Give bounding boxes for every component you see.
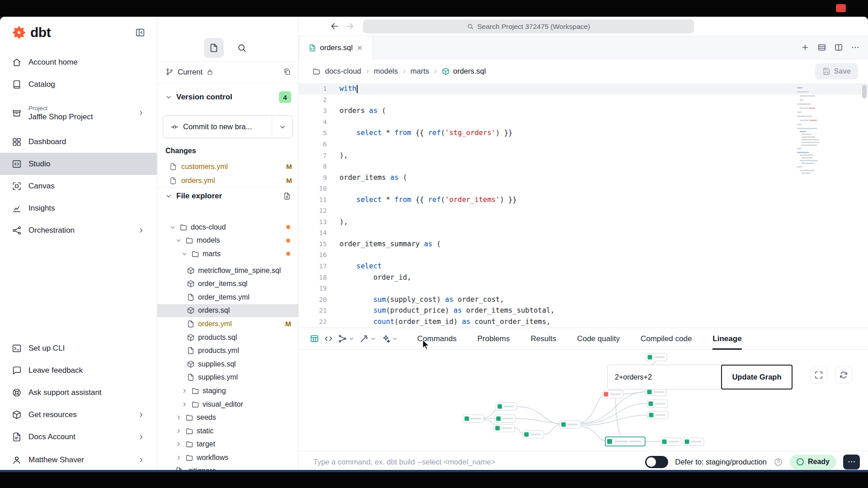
tree-item-order-items-sql[interactable]: order_items.sql bbox=[157, 277, 298, 291]
new-tab-icon[interactable] bbox=[801, 43, 810, 52]
sidebar-item-studio[interactable]: Studio bbox=[0, 153, 157, 175]
code-line-12[interactable]: 12 bbox=[299, 205, 868, 216]
copy-icon[interactable] bbox=[283, 68, 291, 76]
file-explorer-section-header[interactable]: File explorer bbox=[165, 189, 291, 203]
tree-item-target[interactable]: target bbox=[157, 438, 298, 451]
commit-button[interactable]: Commit to new bra... bbox=[163, 115, 293, 138]
code-line-1[interactable]: 1with bbox=[299, 83, 868, 94]
code-line-20[interactable]: 20 sum(supply_cost) as order_cost, bbox=[299, 294, 868, 305]
status-badge[interactable]: Ready bbox=[790, 455, 836, 469]
code-line-14[interactable]: 14 bbox=[299, 227, 868, 239]
files-view-button[interactable] bbox=[204, 38, 224, 58]
preview-table-button[interactable] bbox=[310, 334, 319, 343]
panel-tab-compiled-code[interactable]: Compiled code bbox=[641, 328, 692, 349]
tree-item-workflows[interactable]: workflows bbox=[157, 451, 298, 465]
tree-item-docs-cloud[interactable]: docs-cloud bbox=[157, 221, 298, 234]
code-line-17[interactable]: 17 select bbox=[299, 261, 868, 272]
changed-file-orders-yml[interactable]: orders.ymlM bbox=[157, 174, 298, 188]
compile-code-button[interactable] bbox=[324, 334, 333, 343]
lineage-selector-input[interactable]: 2+orders+2 bbox=[607, 365, 722, 389]
refresh-graph-button[interactable] bbox=[835, 366, 852, 384]
tree-item-visual-editor[interactable]: visual_editor bbox=[157, 398, 298, 411]
code-line-11[interactable]: 11 select * from {{ ref('order_items') }… bbox=[299, 194, 868, 205]
command-input[interactable]: Type a command, ex. dbt build --select <… bbox=[313, 458, 495, 466]
tree-item-orders-sql[interactable]: orders.sql bbox=[157, 304, 298, 318]
code-line-22[interactable]: 22 count(order_item_id) as count_order_i… bbox=[299, 316, 868, 327]
code-line-19[interactable]: 19 bbox=[299, 283, 868, 294]
tree-item-products-sql[interactable]: products.sql bbox=[157, 331, 298, 344]
code-line-10[interactable]: 10 bbox=[299, 183, 868, 194]
changed-file-customers-yml[interactable]: customers.ymlM bbox=[157, 160, 298, 174]
sidebar-item-canvas[interactable]: Canvas bbox=[0, 175, 157, 197]
sidebar-item-account-home[interactable]: Account home bbox=[0, 51, 157, 73]
code-line-5[interactable]: 5 select * from {{ ref('stg_orders') }} bbox=[299, 127, 868, 139]
panel-tab-results[interactable]: Results bbox=[531, 328, 557, 349]
sidebar-item-docs-account[interactable]: Docs Account bbox=[0, 426, 157, 448]
panel-tab-lineage[interactable]: Lineage bbox=[712, 328, 741, 349]
code-line-6[interactable]: 6 bbox=[299, 139, 868, 150]
sidebar-item-ask-support-assistant[interactable]: Ask support assistant bbox=[0, 381, 157, 404]
tree-item-staging[interactable]: staging bbox=[157, 384, 298, 398]
sidebar-item-jaffle-shop-project[interactable]: ProjectJaffle Shop Project bbox=[0, 95, 157, 131]
new-file-icon[interactable] bbox=[283, 192, 291, 200]
version-control-section-header[interactable]: Version control 4 bbox=[165, 89, 291, 105]
save-button[interactable]: Save bbox=[815, 63, 858, 80]
commit-options-button[interactable] bbox=[272, 116, 292, 138]
close-tab-icon[interactable] bbox=[356, 44, 363, 52]
code-line-9[interactable]: 9order_items as ( bbox=[299, 172, 868, 183]
code-line-8[interactable]: 8 bbox=[299, 161, 868, 172]
help-icon[interactable] bbox=[774, 457, 783, 467]
sidebar-item-leave-feedback[interactable]: Leave feedback bbox=[0, 359, 157, 381]
project-search[interactable]: Search Project 372475 (Workspace) bbox=[363, 19, 694, 33]
tree-item-marts[interactable]: marts bbox=[157, 247, 298, 261]
code-line-3[interactable]: 3orders as ( bbox=[299, 105, 868, 117]
user-menu[interactable]: Matthew Shaver bbox=[0, 448, 157, 472]
tab-orders-sql[interactable]: orders.sql bbox=[299, 36, 373, 59]
editor-scrollbar[interactable] bbox=[862, 85, 867, 99]
search-files-button[interactable] bbox=[232, 38, 252, 58]
fix-dropdown[interactable] bbox=[381, 334, 398, 343]
fullscreen-button[interactable] bbox=[810, 366, 827, 384]
sidebar-item-get-resources[interactable]: Get resources bbox=[0, 404, 157, 426]
sidebar-item-dashboard[interactable]: Dashboard bbox=[0, 131, 157, 153]
tree-item-static[interactable]: static bbox=[157, 424, 298, 438]
panel-tab-code-quality[interactable]: Code quality bbox=[577, 328, 620, 349]
build-dropdown[interactable] bbox=[338, 334, 355, 343]
open-editors-icon[interactable] bbox=[817, 43, 826, 52]
more-actions-button[interactable] bbox=[843, 455, 860, 469]
tree-item-models[interactable]: models bbox=[157, 234, 298, 248]
defer-toggle[interactable] bbox=[645, 456, 668, 468]
breadcrumb-item[interactable]: models bbox=[374, 67, 398, 75]
more-options-icon[interactable] bbox=[851, 43, 860, 52]
tree-item-metricflow-time-spine-sql[interactable]: metricflow_time_spine.sql bbox=[157, 264, 298, 277]
tree-item-supplies-sql[interactable]: supplies.sql bbox=[157, 357, 298, 371]
tree-item-order-items-yml[interactable]: order_items.yml bbox=[157, 291, 298, 304]
minimap[interactable] bbox=[795, 86, 836, 181]
sidebar-item-insights[interactable]: Insights bbox=[0, 197, 157, 219]
panel-tab-commands[interactable]: Commands bbox=[417, 328, 457, 349]
sidebar-item-orchestration[interactable]: Orchestration bbox=[0, 219, 157, 241]
code-editor[interactable]: 1with23orders as (45 select * from {{ re… bbox=[299, 83, 868, 328]
breadcrumb-item[interactable]: marts bbox=[410, 67, 429, 75]
back-button[interactable] bbox=[330, 21, 340, 31]
code-line-13[interactable]: 13), bbox=[299, 216, 868, 228]
code-line-18[interactable]: 18 order_id, bbox=[299, 272, 868, 283]
code-line-4[interactable]: 4 bbox=[299, 117, 868, 128]
sidebar-item-catalog[interactable]: Catalog bbox=[0, 73, 157, 95]
sidebar-item-set-up-cli[interactable]: Set up CLI bbox=[0, 337, 157, 359]
format-dropdown[interactable] bbox=[359, 334, 377, 343]
code-line-7[interactable]: 7), bbox=[299, 150, 868, 161]
split-editor-icon[interactable] bbox=[834, 43, 843, 52]
tree-item-orders-yml[interactable]: orders.ymlM bbox=[157, 317, 298, 331]
forward-button[interactable] bbox=[345, 21, 355, 31]
update-graph-button[interactable]: Update Graph bbox=[721, 365, 793, 389]
breadcrumb-item[interactable]: docs-cloud bbox=[325, 67, 361, 75]
tree-item-products-yml[interactable]: products.yml bbox=[157, 344, 298, 357]
tree-item-seeds[interactable]: seeds bbox=[157, 411, 298, 424]
code-line-2[interactable]: 2 bbox=[299, 94, 868, 106]
panel-tab-problems[interactable]: Problems bbox=[477, 328, 510, 349]
code-line-16[interactable]: 16 bbox=[299, 249, 868, 261]
tree-item-supplies-yml[interactable]: supplies.yml bbox=[157, 371, 298, 385]
collapse-sidebar-icon[interactable] bbox=[135, 28, 145, 38]
code-line-21[interactable]: 21 sum(product_price) as order_items_sub… bbox=[299, 305, 868, 316]
